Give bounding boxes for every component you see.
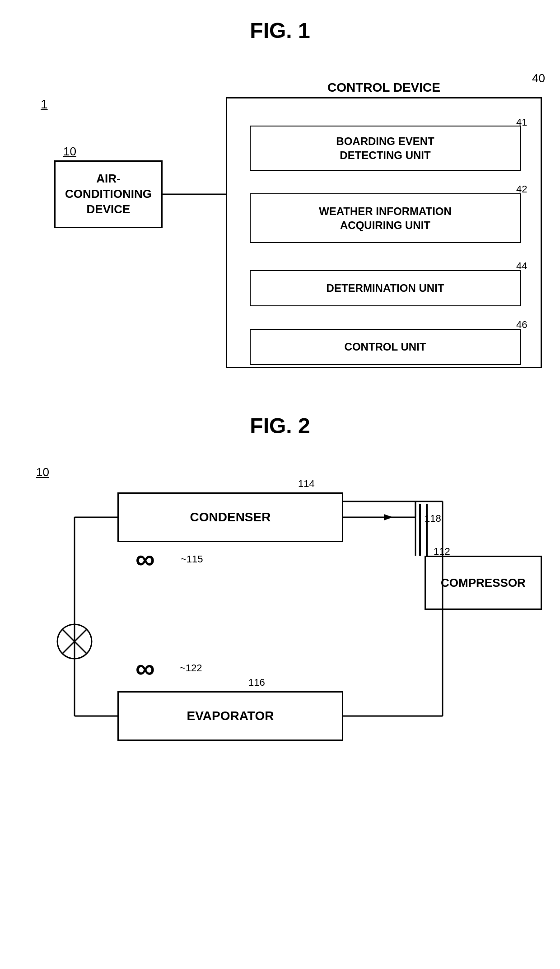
- compressor-box: COMPRESSOR: [425, 556, 542, 610]
- label-1: 1: [41, 97, 48, 112]
- condenser-box: CONDENSER: [117, 492, 343, 542]
- label-122: ~122: [180, 662, 202, 674]
- label-42: 42: [516, 183, 527, 195]
- fan-evaporator-symbol: ∞: [135, 655, 155, 682]
- box-41: BOARDING EVENTDETECTING UNIT: [250, 126, 521, 171]
- ac-device-text: AIR-CONDITIONING DEVICE: [56, 171, 161, 217]
- unit-41-text: BOARDING EVENTDETECTING UNIT: [336, 134, 434, 162]
- unit-42-text: WEATHER INFORMATIONACQUIRING UNIT: [319, 204, 452, 232]
- box-46: CONTROL UNIT: [250, 329, 521, 365]
- box-44: DETERMINATION UNIT: [250, 270, 521, 306]
- svg-line-15: [62, 629, 87, 654]
- evaporator-text: EVAPORATOR: [187, 709, 274, 723]
- label-10: 10: [63, 145, 76, 159]
- label-46: 46: [516, 319, 527, 331]
- fig1-title: FIG. 1: [27, 18, 533, 43]
- svg-point-13: [57, 624, 92, 659]
- control-device-outer: CONTROL DEVICE 40 BOARDING EVENTDETECTIN…: [226, 97, 542, 368]
- label-115: ~115: [181, 553, 203, 565]
- box-42: WEATHER INFORMATIONACQUIRING UNIT: [250, 193, 521, 243]
- compressor-text: COMPRESSOR: [441, 576, 526, 590]
- label-44: 44: [516, 260, 527, 272]
- unit-44-text: DETERMINATION UNIT: [327, 281, 444, 295]
- label-114: 114: [298, 478, 315, 490]
- fan-condenser-symbol: ∞: [135, 546, 155, 573]
- svg-marker-2: [384, 514, 393, 520]
- evaporator-box: EVAPORATOR: [117, 691, 343, 741]
- label-41: 41: [516, 117, 527, 128]
- fig2-diagram: 10 CONDENSER 114 ∞ ~115 COMPRESSOR 112 E…: [27, 465, 533, 782]
- label-10-fig2: 10: [36, 465, 49, 479]
- label-118: 118: [425, 513, 441, 524]
- label-40: 40: [532, 71, 545, 85]
- label-116: 116: [248, 677, 265, 688]
- ac-device-box: AIR-CONDITIONING DEVICE: [54, 160, 163, 228]
- condenser-text: CONDENSER: [190, 510, 271, 524]
- fig2-title: FIG. 2: [27, 413, 533, 438]
- fig1-diagram: 1 10 AIR-CONDITIONING DEVICE CONTROL DEV…: [27, 70, 533, 377]
- unit-46-text: CONTROL UNIT: [345, 340, 426, 354]
- svg-line-14: [62, 629, 87, 654]
- label-112: 112: [434, 546, 450, 557]
- control-device-label: CONTROL DEVICE: [327, 80, 440, 95]
- page-container: FIG. 1 1 10 AIR-CONDITIONING DEVICE CONT…: [0, 0, 560, 969]
